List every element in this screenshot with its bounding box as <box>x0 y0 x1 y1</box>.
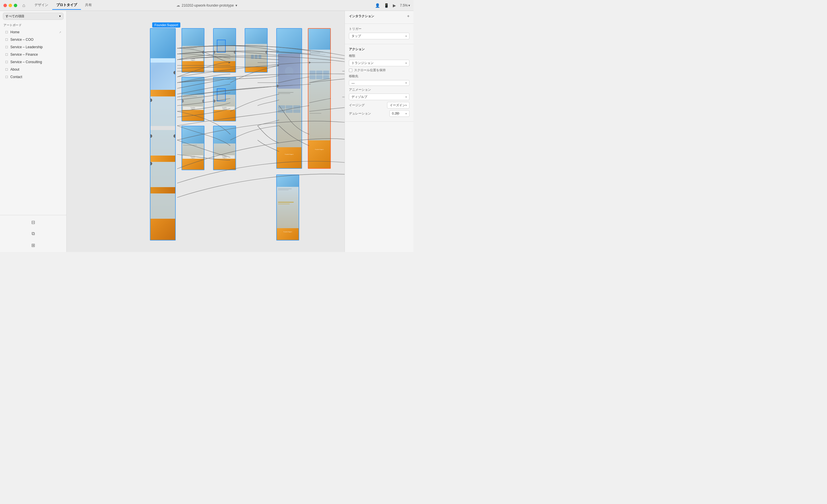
sidebar-item-label: Home <box>10 30 57 34</box>
sidebar-item-label: Service – Finance <box>10 53 61 57</box>
sidebar-item-home[interactable]: ☐ Home ↗ <box>2 29 64 36</box>
main-layout: すべての項目 ▾ アートボード ☐ Home ↗ ☐ Service – COO… <box>0 11 414 252</box>
plugins-icon[interactable]: ⊞ <box>29 241 38 250</box>
artboard-label: Founder.Support <box>152 22 180 28</box>
chevron-down-icon: ▾ <box>405 112 407 115</box>
sidebar: すべての項目 ▾ アートボード ☐ Home ↗ ☐ Service – COO… <box>0 11 66 252</box>
artboard-icon: ☐ <box>5 60 8 64</box>
animation-value: ディゾルブ <box>351 95 367 99</box>
zoom-chevron-icon: ▾ <box>408 3 410 7</box>
sidebar-item-label: Service – COO <box>10 38 61 42</box>
type-label: 種類 <box>349 54 355 58</box>
sidebar-item-service-leadership[interactable]: ☐ Service – Leadership <box>2 44 64 51</box>
artboard-col3-top[interactable]: ‹ › <box>213 28 236 72</box>
sidebar-item-label: About <box>10 67 61 71</box>
layers-icon[interactable]: ⊟ <box>29 217 38 227</box>
user-icon[interactable]: 👤 <box>375 3 380 8</box>
type-dropdown[interactable]: トランジション ▾ <box>349 60 409 66</box>
artboard-icon: ☐ <box>5 68 8 71</box>
tab-design[interactable]: デザイン <box>31 1 52 10</box>
duration-value: 0.2秒 <box>392 111 399 116</box>
sidebar-item-about[interactable]: ☐ About <box>2 66 64 73</box>
artboard-col2-mid-upper[interactable]: Founder.Support ‹ › <box>182 77 204 121</box>
chevron-down-icon: ▾ <box>405 104 407 107</box>
artboard-bottom-right-1[interactable]: Founder.Support <box>276 174 299 241</box>
chevron-down-icon: ▾ <box>405 35 407 38</box>
artboard-col3-mid[interactable]: Founder.Support ‹ <box>213 77 236 121</box>
cloud-icon: ☁ <box>176 3 180 7</box>
nav-tabs: デザイン プロトタイプ 共有 <box>31 1 96 10</box>
easing-row: イージング イーズイン ▾ <box>349 102 409 108</box>
trigger-label: トリガー <box>349 27 361 31</box>
animation-label: アニメーション <box>349 88 371 92</box>
artboard-icon: ☐ <box>5 45 8 49</box>
artboard-col6-top[interactable]: Founder.Support <box>308 28 331 169</box>
sidebar-item-label: Service – Leadership <box>10 45 61 49</box>
artboard-section-label: アートボード <box>0 21 66 29</box>
artboard-col5-main[interactable]: Founder.Support ‹ <box>276 28 302 169</box>
destination-value: — <box>351 81 355 85</box>
close-button[interactable] <box>3 4 7 7</box>
sidebar-item-label: Contact <box>10 75 61 79</box>
minimize-button[interactable] <box>9 4 12 7</box>
scroll-preserve-checkbox[interactable] <box>349 68 352 72</box>
interaction-title: インタラクション + <box>349 14 409 18</box>
scroll-preserve-label: スクロール位置を保持 <box>354 68 386 72</box>
action-title: アクション <box>349 47 409 51</box>
artboard-col2-top[interactable]: Founder.Support › <box>182 28 204 72</box>
zoom-value: 7.5% <box>400 3 408 7</box>
easing-dropdown[interactable]: イーズイン ▾ <box>387 102 409 108</box>
stack-icon[interactable]: ⧉ <box>29 229 38 238</box>
duration-dropdown[interactable]: 0.2秒 ▾ <box>389 110 409 117</box>
title-center: ☁ 210202-upwork-founder-prototype ▾ <box>176 3 237 7</box>
destination-label-row: 移動先 <box>349 74 409 79</box>
canvas-area[interactable]: Founder.Support <box>66 11 345 252</box>
artboard-icon: ☐ <box>5 31 8 34</box>
chevron-down-icon: ▾ <box>405 62 407 64</box>
chevron-down-icon[interactable]: ▾ <box>236 3 237 7</box>
project-name: 210202-upwork-founder-prototype <box>182 3 234 7</box>
home-icon[interactable]: ⌂ <box>22 3 25 8</box>
easing-label: イージング <box>349 103 385 107</box>
sidebar-item-service-finance[interactable]: ☐ Service – Finance <box>2 51 64 58</box>
tab-prototype[interactable]: プロトタイプ <box>52 1 81 10</box>
sidebar-item-service-consulting[interactable]: ☐ Service – Consulting <box>2 58 64 65</box>
type-row: 種類 <box>349 54 409 58</box>
animation-dropdown[interactable]: ディゾルブ ▾ <box>349 94 409 100</box>
trigger-dropdown[interactable]: タップ ▾ <box>349 33 409 39</box>
trigger-value: タップ <box>351 34 361 38</box>
sidebar-item-service-coo[interactable]: ☐ Service – COO <box>2 36 64 43</box>
traffic-lights <box>3 4 17 7</box>
title-right: 👤 📱 ▶ 7.5% ▾ <box>375 3 410 8</box>
artboard-col3-lower[interactable]: Founder.Support <box>213 126 236 170</box>
action-section: アクション 種類 トランジション ▾ スクロール位置を保持 移動先 — ▾ ア <box>345 44 414 122</box>
scroll-preserve-row: スクロール位置を保持 <box>349 68 409 72</box>
destination-dropdown[interactable]: — ▾ <box>349 80 409 86</box>
easing-value: イーズイン <box>390 103 405 107</box>
add-interaction-button[interactable]: + <box>407 14 409 18</box>
titlebar: ⌂ デザイン プロトタイプ 共有 ☁ 210202-upwork-founder… <box>0 0 414 11</box>
duration-row: デュレーション 0.2秒 ▾ <box>349 110 409 117</box>
interaction-title-text: インタラクション <box>349 14 374 18</box>
device-icon[interactable]: 📱 <box>384 3 389 8</box>
zoom-control[interactable]: 7.5% ▾ <box>400 3 410 7</box>
duration-label: デュレーション <box>349 111 388 116</box>
interaction-section: インタラクション + <box>345 11 414 24</box>
artboard-icon: ☐ <box>5 38 8 42</box>
action-title-text: アクション <box>349 47 365 51</box>
artboard-home[interactable]: › › ‹ › ‹ <box>150 28 176 241</box>
search-row: すべての項目 ▾ <box>0 11 66 21</box>
chevron-down-icon: ▾ <box>59 14 61 18</box>
artboard-col2-mid-lower[interactable]: Founder.Support <box>182 126 204 170</box>
animation-label-row: アニメーション <box>349 88 409 92</box>
sidebar-bottom: ⊟ ⧉ ⊞ <box>0 215 66 252</box>
tab-share[interactable]: 共有 <box>81 1 96 10</box>
trigger-section: トリガー タップ ▾ <box>345 24 414 44</box>
artboard-col4-top[interactable]: › <box>245 28 267 72</box>
play-icon[interactable]: ▶ <box>393 3 396 8</box>
search-box[interactable]: すべての項目 ▾ <box>3 13 63 20</box>
maximize-button[interactable] <box>14 4 17 7</box>
type-value: トランジション <box>351 61 374 65</box>
chevron-down-icon: ▾ <box>405 82 407 84</box>
sidebar-item-contact[interactable]: ☐ Contact <box>2 73 64 80</box>
